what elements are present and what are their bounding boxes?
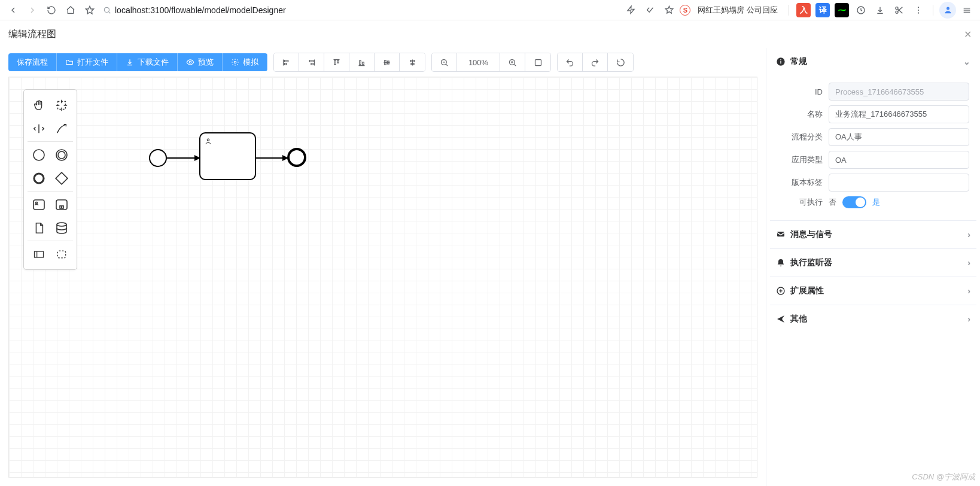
page-title: 编辑流程图 [8,28,56,41]
section-messages[interactable]: 消息与信号 › [770,221,976,248]
download-icon[interactable] [872,2,888,19]
star-icon[interactable] [81,2,98,19]
zoom-in-button[interactable] [500,53,525,71]
chevron-right-icon: › [967,314,970,324]
scissors-icon[interactable] [891,2,908,19]
user-icon [204,137,212,145]
svg-rect-59 [56,172,68,184]
category-field[interactable] [829,128,969,146]
plus-circle-icon [776,286,786,296]
svg-rect-33 [360,60,361,64]
close-icon[interactable]: ✕ [964,29,972,40]
id-label: ID [777,87,829,96]
apptype-field[interactable] [829,151,969,169]
zoom-fit-button[interactable] [525,53,550,71]
name-field[interactable] [829,105,969,123]
lasso-tool-icon[interactable] [50,93,73,117]
back-icon[interactable] [5,2,22,19]
news-link[interactable]: 网红王妈塌房 公司回应 [698,5,778,16]
sogou-icon[interactable]: S [680,5,690,16]
designer-toolbar: 保存流程 打开文件 下载文件 预览 模拟 100% [0,48,766,77]
version-field[interactable] [829,174,969,192]
start-event-icon[interactable] [28,143,50,166]
executable-switch[interactable] [842,196,866,208]
svg-rect-67 [35,251,44,257]
section-ext[interactable]: 扩展属性 › [770,277,976,305]
svg-point-22 [234,61,236,63]
svg-point-13 [918,9,919,10]
svg-point-14 [918,12,919,13]
zoom-label: 100% [457,53,500,71]
translate-ext-icon[interactable]: 译 [815,3,830,17]
user-task-icon[interactable] [28,193,50,216]
redo-button[interactable] [583,53,608,71]
dev-ext-icon[interactable]: ⁓ [835,3,849,17]
align-top-button[interactable] [324,53,349,71]
url-bar[interactable]: localhost:3100/flowable/model/modelDesig… [103,5,286,15]
connect-tool-icon[interactable] [50,117,73,140]
align-vcenter-button[interactable] [400,53,425,71]
end-event-icon[interactable] [28,166,50,190]
section-general[interactable]: 常规 ⌄ [770,48,976,75]
search-icon [103,6,111,14]
profile-icon[interactable] [939,2,956,19]
open-button[interactable]: 打开文件 [57,53,117,71]
user-task-shape[interactable] [199,132,256,180]
svg-point-61 [36,202,38,203]
svg-point-1 [104,7,109,12]
forward-icon [24,2,41,19]
svg-point-66 [57,223,66,226]
subprocess-icon[interactable] [50,193,73,216]
preview-button[interactable]: 预览 [178,53,223,71]
zoom-out-button[interactable] [432,53,457,71]
pool-icon[interactable] [28,242,50,266]
switch-yes-label: 是 [872,197,880,208]
data-store-icon[interactable] [50,216,73,239]
end-event-shape[interactable] [287,148,306,167]
folder-icon [65,58,74,66]
align-right-button[interactable] [299,53,324,71]
align-hcenter-button[interactable] [375,53,400,71]
hand-tool-icon[interactable] [28,93,50,117]
save-button[interactable]: 保存流程 [8,53,57,71]
gateway-icon[interactable] [50,166,73,190]
start-event-shape[interactable] [149,149,167,167]
exec-label: 可执行 [777,197,829,208]
simulate-button[interactable]: 模拟 [223,53,267,71]
url-text: localhost:3100/flowable/model/modelDesig… [115,5,286,15]
svg-point-58 [34,174,44,183]
apptype-label: 应用类型 [777,154,829,165]
refresh-button[interactable] [608,53,633,71]
svg-point-70 [207,139,209,141]
undo-button[interactable] [558,53,583,71]
section-listeners[interactable]: 执行监听器 › [770,249,976,277]
section-other[interactable]: 其他 › [770,305,976,333]
gear-icon [231,58,239,66]
intermediate-event-icon[interactable] [50,143,73,166]
canvas-area: 保存流程 打开文件 下载文件 预览 模拟 100% [0,48,766,486]
lightning-icon[interactable] [622,2,639,19]
eye-icon [186,58,194,66]
chevron-right-icon: › [967,258,970,268]
svg-rect-25 [284,63,287,65]
reload-icon[interactable] [43,2,60,19]
bpmn-canvas[interactable] [8,77,757,478]
group-icon[interactable] [50,242,73,266]
chevron-right-icon: › [967,286,970,296]
svg-rect-30 [334,60,336,64]
download-button[interactable]: 下载文件 [117,53,178,71]
align-bottom-button[interactable] [349,53,375,71]
data-object-icon[interactable] [28,216,50,239]
share-icon[interactable] [641,2,658,19]
more-icon[interactable] [910,2,927,19]
home-icon[interactable] [62,2,79,19]
pdf-ext-icon[interactable]: 入 [796,3,811,17]
name-label: 名称 [777,109,829,120]
space-tool-icon[interactable] [28,117,50,140]
svg-rect-24 [284,60,288,62]
menu-icon[interactable] [958,2,975,19]
bookmark-star-icon[interactable] [661,2,677,19]
align-left-button[interactable] [274,53,299,71]
history-icon[interactable] [853,2,869,19]
svg-rect-28 [311,63,314,65]
